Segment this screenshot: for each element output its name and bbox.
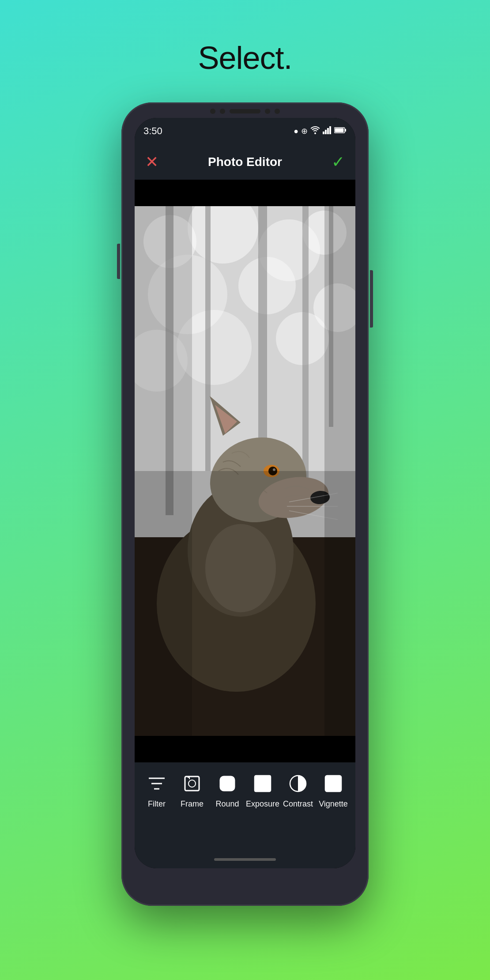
front-camera-area: [210, 109, 280, 114]
svg-rect-2: [327, 128, 329, 134]
svg-point-56: [331, 781, 336, 786]
tool-contrast[interactable]: Contrast: [280, 771, 316, 809]
header-bar: ✕ Photo Editor ✓: [135, 144, 355, 180]
svg-rect-6: [345, 129, 346, 132]
vignette-label: Vignette: [319, 799, 348, 809]
svg-rect-5: [335, 128, 344, 132]
tool-filter[interactable]: Filter: [139, 771, 174, 809]
wolf-illustration: [135, 206, 355, 736]
phone-shell: 3:50 ● ⊕: [121, 102, 369, 906]
status-bar: 3:50 ● ⊕: [135, 118, 355, 144]
round-icon: [215, 771, 240, 796]
home-bar: [214, 858, 276, 861]
svg-rect-1: [325, 130, 327, 134]
svg-rect-47: [220, 776, 234, 791]
confirm-button[interactable]: ✓: [332, 154, 345, 170]
page-heading: Select.: [198, 40, 292, 76]
svg-rect-20: [205, 206, 211, 471]
svg-point-34: [273, 468, 275, 471]
svg-rect-3: [329, 126, 331, 134]
wifi-icon: [310, 126, 320, 136]
battery-icon: [334, 127, 347, 136]
svg-rect-22: [302, 206, 309, 493]
close-button[interactable]: ✕: [145, 154, 158, 170]
status-icons: ● ⊕: [294, 126, 347, 136]
location-icon: ⊕: [301, 126, 308, 136]
tool-exposure[interactable]: Exposure: [245, 771, 280, 809]
header-title: Photo Editor: [208, 155, 282, 169]
svg-rect-40: [135, 206, 192, 736]
frame-icon: [180, 771, 204, 796]
filter-label: Filter: [148, 799, 166, 809]
svg-point-46: [188, 780, 196, 787]
svg-rect-0: [323, 132, 324, 134]
contrast-icon: [286, 771, 310, 796]
camera-dot: [220, 109, 225, 114]
signal-icon: [323, 126, 332, 136]
contrast-label: Contrast: [283, 799, 313, 809]
exposure-label: Exposure: [246, 799, 279, 809]
frame-label: Frame: [181, 799, 204, 809]
phone-screen: 3:50 ● ⊕: [135, 118, 355, 868]
svg-rect-45: [185, 776, 199, 791]
camera-dot-right: [265, 109, 270, 114]
tool-vignette[interactable]: Vignette: [316, 771, 351, 809]
tool-frame[interactable]: Frame: [174, 771, 210, 809]
tool-round[interactable]: Round: [210, 771, 245, 809]
toolbar: Filter Frame: [135, 762, 355, 851]
round-label: Round: [215, 799, 239, 809]
home-indicator: [135, 851, 355, 868]
camera-dot-left: [210, 109, 215, 114]
status-time: 3:50: [143, 125, 162, 137]
speaker-grill: [230, 109, 260, 113]
filter-icon: [144, 771, 169, 796]
vignette-icon: [321, 771, 346, 796]
notification-icon: ●: [294, 127, 298, 136]
photo-canvas: [135, 180, 355, 762]
sensor-dot: [275, 109, 280, 114]
svg-rect-41: [324, 206, 355, 736]
exposure-icon: [250, 771, 275, 796]
